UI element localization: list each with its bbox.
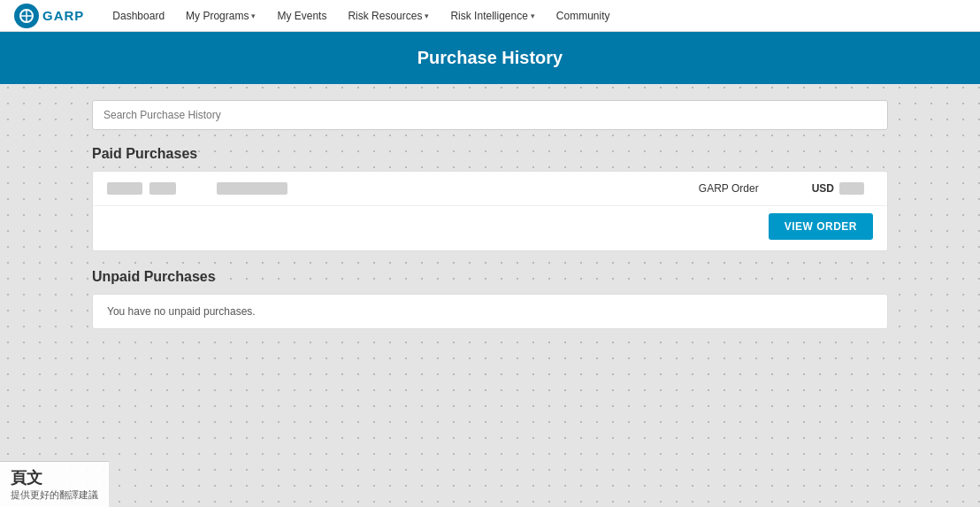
nav-risk-intelligence-label: Risk Intelligence — [450, 0, 527, 32]
nav-links: Dashboard My Programs ▾ My Events Risk R… — [102, 0, 620, 32]
nav-risk-resources[interactable]: Risk Resources ▾ — [337, 0, 440, 32]
paid-purchases-card: GARP Order USD VIEW ORDER — [92, 171, 888, 251]
chevron-down-icon: ▾ — [251, 0, 256, 32]
blurred-field-1 — [107, 182, 142, 195]
main-content: Paid Purchases GARP Order USD VIEW ORDER… — [83, 84, 897, 365]
nav-my-events-link[interactable]: My Events — [266, 0, 337, 32]
unpaid-empty-message: You have no unpaid purchases. — [93, 295, 887, 328]
view-order-button[interactable]: VIEW ORDER — [769, 213, 873, 240]
blurred-field-3 — [217, 182, 287, 195]
unpaid-purchases-heading: Unpaid Purchases — [92, 269, 888, 285]
search-input[interactable] — [92, 100, 888, 130]
nav-risk-intelligence[interactable]: Risk Intelligence ▾ — [440, 0, 545, 32]
nav-my-events-label: My Events — [277, 0, 326, 32]
navbar: GARP Dashboard My Programs ▾ My Events R… — [0, 0, 980, 32]
garp-order-label: GARP Order — [699, 182, 759, 195]
usd-label: USD — [812, 182, 834, 195]
purchase-row: GARP Order USD — [93, 172, 887, 206]
nav-community-link[interactable]: Community — [546, 0, 621, 32]
logo-circle — [14, 4, 39, 28]
nav-risk-resources-link[interactable]: Risk Resources ▾ — [337, 0, 440, 32]
nav-community[interactable]: Community — [546, 0, 621, 32]
paid-purchases-heading: Paid Purchases — [92, 146, 888, 162]
translate-bar: 頁文 提供更好的翻譯建議 — [0, 461, 109, 507]
nav-my-programs[interactable]: My Programs ▾ — [175, 0, 266, 32]
nav-dashboard-label: Dashboard — [112, 0, 165, 32]
unpaid-purchases-card: You have no unpaid purchases. — [92, 294, 888, 329]
nav-my-events[interactable]: My Events — [266, 0, 337, 32]
nav-my-programs-label: My Programs — [186, 0, 249, 32]
garp-logo[interactable]: GARP — [14, 4, 84, 28]
page-header: Purchase History — [0, 32, 980, 84]
nav-community-label: Community — [556, 0, 610, 32]
chevron-down-icon: ▾ — [531, 0, 535, 32]
purchase-row-left — [107, 182, 699, 195]
usd-section: USD — [812, 182, 864, 195]
nav-dashboard[interactable]: Dashboard — [102, 0, 175, 32]
nav-my-programs-link[interactable]: My Programs ▾ — [175, 0, 266, 32]
chevron-down-icon: ▾ — [425, 0, 429, 32]
nav-dashboard-link[interactable]: Dashboard — [102, 0, 175, 32]
view-order-row: VIEW ORDER — [93, 206, 887, 250]
logo-svg — [19, 8, 34, 24]
nav-risk-intelligence-link[interactable]: Risk Intelligence ▾ — [440, 0, 545, 32]
blurred-field-2 — [149, 182, 176, 195]
nav-risk-resources-label: Risk Resources — [348, 0, 422, 32]
logo-text: GARP — [42, 8, 84, 23]
translate-subtitle: 提供更好的翻譯建議 — [11, 488, 98, 502]
page-title: Purchase History — [0, 48, 980, 68]
usd-amount — [839, 182, 864, 195]
translate-title: 頁文 — [11, 467, 98, 488]
